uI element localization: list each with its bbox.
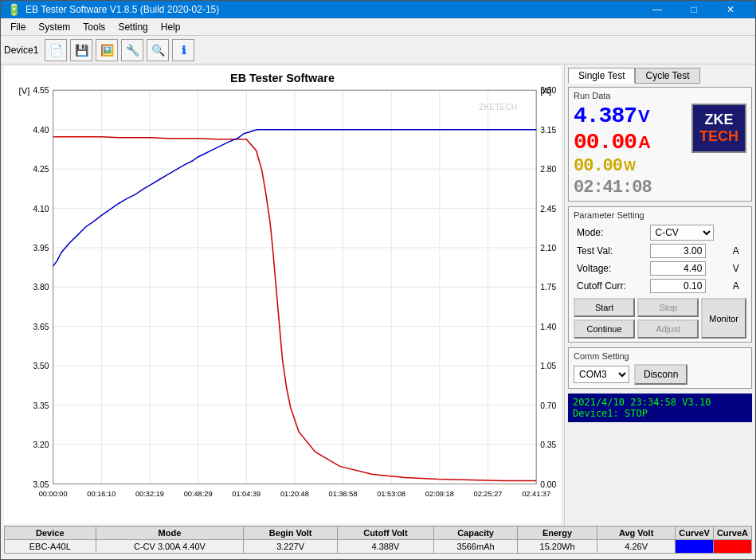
- open-button[interactable]: 🖼️: [96, 39, 118, 61]
- svg-text:02:25:27: 02:25:27: [474, 490, 503, 498]
- svg-text:0.35: 0.35: [540, 441, 556, 449]
- watermark: ZKETECH: [479, 104, 517, 112]
- svg-text:4.25: 4.25: [33, 165, 49, 174]
- table-wrapper: Device Mode Begin Volt Cutoff Volt Capac…: [4, 526, 752, 558]
- svg-text:3.15: 3.15: [540, 126, 556, 135]
- svg-text:3.65: 3.65: [33, 323, 49, 331]
- cell-curvev-color: [676, 540, 714, 554]
- menu-file[interactable]: File: [4, 20, 32, 34]
- comm-row: COM3 Disconn: [574, 364, 746, 385]
- device-label: Device1: [4, 45, 38, 56]
- cutoff-input[interactable]: [650, 279, 706, 293]
- svg-text:01:04:39: 01:04:39: [232, 490, 260, 498]
- test-val-unit: A: [730, 242, 746, 260]
- continue-button[interactable]: Continue: [574, 319, 635, 339]
- svg-rect-0: [4, 66, 561, 524]
- comm-setting-section: Comm Setting COM3 Disconn: [568, 347, 752, 389]
- svg-text:00:00:00: 00:00:00: [39, 490, 68, 498]
- chart-svg: EB Tester Software [V] [A] ZKETECH: [4, 66, 561, 524]
- svg-text:3.95: 3.95: [33, 244, 49, 253]
- param-setting-section: Parameter Setting Mode: C-CV Test Val:: [568, 206, 752, 343]
- svg-text:1.05: 1.05: [540, 362, 556, 370]
- svg-text:4.10: 4.10: [33, 205, 49, 213]
- status-line1: 2021/4/10 23:34:58 V3.10: [573, 397, 747, 408]
- svg-text:2.80: 2.80: [540, 165, 556, 174]
- mode-label: Mode:: [574, 223, 647, 242]
- tab-cycle-test[interactable]: Cycle Test: [635, 68, 699, 84]
- menu-setting[interactable]: Setting: [112, 20, 154, 34]
- test-val-input[interactable]: [650, 244, 706, 258]
- cell-curvea-color: [713, 540, 751, 554]
- cell-energy: 15.20Wh: [518, 540, 597, 554]
- cell-device: EBC-A40L: [5, 540, 96, 554]
- adjust-button[interactable]: Adjust: [637, 319, 699, 339]
- svg-text:3.35: 3.35: [33, 401, 49, 410]
- status-box: 2021/4/10 23:34:58 V3.10 Device1: STOP: [568, 394, 752, 422]
- menu-help[interactable]: Help: [155, 20, 187, 34]
- table-row: EBC-A40L C-CV 3.00A 4.40V 3.227V 4.388V …: [5, 540, 752, 554]
- cell-begin-volt: 3.227V: [244, 540, 338, 554]
- svg-text:01:20:48: 01:20:48: [280, 490, 309, 498]
- voltage-unit-label: V: [730, 260, 746, 277]
- cutoff-label: Cutoff Curr:: [574, 277, 647, 295]
- minimize-button[interactable]: —: [639, 1, 676, 18]
- voltage-input[interactable]: [650, 261, 706, 276]
- y-left-label: [V]: [19, 86, 30, 96]
- svg-text:02:09:18: 02:09:18: [425, 490, 454, 498]
- monitor-button[interactable]: Monitor: [701, 298, 746, 339]
- cutoff-unit: A: [730, 277, 746, 295]
- title-text: EB Tester Software V1.8.5 (Build 2020-02…: [25, 4, 219, 15]
- title-bar-left: 🔋 EB Tester Software V1.8.5 (Build 2020-…: [7, 3, 219, 16]
- close-button[interactable]: ✕: [712, 1, 749, 18]
- col-mode: Mode: [96, 527, 244, 540]
- title-bar: 🔋 EB Tester Software V1.8.5 (Build 2020-…: [1, 1, 755, 18]
- menu-tools[interactable]: Tools: [76, 20, 112, 34]
- data-table: Device Mode Begin Volt Cutoff Volt Capac…: [4, 526, 752, 554]
- svg-text:2.10: 2.10: [540, 244, 556, 253]
- tab-single-test[interactable]: Single Test: [568, 68, 635, 84]
- save-button[interactable]: 💾: [70, 39, 92, 61]
- col-curvev: CurveV: [676, 527, 714, 540]
- zke-line1: ZKE: [699, 112, 738, 128]
- disconn-button[interactable]: Disconn: [634, 364, 687, 385]
- voltage-unit: V: [638, 106, 650, 127]
- svg-text:3.05: 3.05: [33, 480, 49, 489]
- run-data-section: Run Data 4.387 V 00.00 A 00.00: [568, 87, 752, 202]
- toolbar: Device1 📄 💾 🖼️ 🔧 🔍 ℹ: [1, 36, 755, 65]
- chart-wrapper: EB Tester Software [V] [A] ZKETECH: [4, 66, 561, 524]
- mode-select[interactable]: C-CV: [650, 225, 714, 241]
- svg-text:1.40: 1.40: [540, 323, 556, 331]
- content-area: EB Tester Software [V] [A] ZKETECH: [1, 65, 755, 526]
- svg-text:01:36:58: 01:36:58: [329, 490, 358, 498]
- settings-button[interactable]: 🔧: [121, 39, 143, 61]
- zke-logo: ZKE TECH: [691, 104, 746, 153]
- svg-text:4.40: 4.40: [33, 126, 49, 135]
- stop-button[interactable]: Stop: [637, 298, 699, 317]
- new-button[interactable]: 📄: [45, 39, 67, 61]
- svg-text:3.80: 3.80: [33, 284, 49, 292]
- info-button[interactable]: ℹ: [172, 39, 194, 61]
- power-unit: W: [624, 159, 636, 174]
- search-button[interactable]: 🔍: [147, 39, 169, 61]
- col-begin-volt: Begin Volt: [244, 527, 338, 540]
- maximize-button[interactable]: □: [676, 1, 712, 18]
- menu-bar: File System Tools Setting Help: [1, 18, 755, 36]
- tab-row: Single Test Cycle Test: [568, 68, 752, 84]
- menu-system[interactable]: System: [32, 20, 76, 34]
- svg-text:0.00: 0.00: [540, 480, 556, 489]
- col-cutoff-volt: Cutoff Volt: [337, 527, 433, 540]
- current-unit: A: [638, 132, 651, 153]
- comm-setting-label: Comm Setting: [574, 351, 746, 361]
- cell-avg-volt: 4.26V: [597, 540, 675, 554]
- test-val-label: Test Val:: [574, 242, 647, 260]
- svg-text:00:16:10: 00:16:10: [87, 490, 116, 498]
- svg-text:3.20: 3.20: [33, 441, 49, 449]
- comm-port-select[interactable]: COM3: [574, 366, 629, 383]
- svg-text:01:53:08: 01:53:08: [377, 490, 405, 498]
- svg-text:2.45: 2.45: [540, 205, 556, 213]
- svg-text:3.50: 3.50: [540, 86, 556, 95]
- app-window: 🔋 EB Tester Software V1.8.5 (Build 2020-…: [0, 0, 756, 560]
- col-capacity: Capacity: [433, 527, 517, 540]
- start-button[interactable]: Start: [574, 298, 635, 317]
- chart-title: EB Tester Software: [230, 72, 335, 84]
